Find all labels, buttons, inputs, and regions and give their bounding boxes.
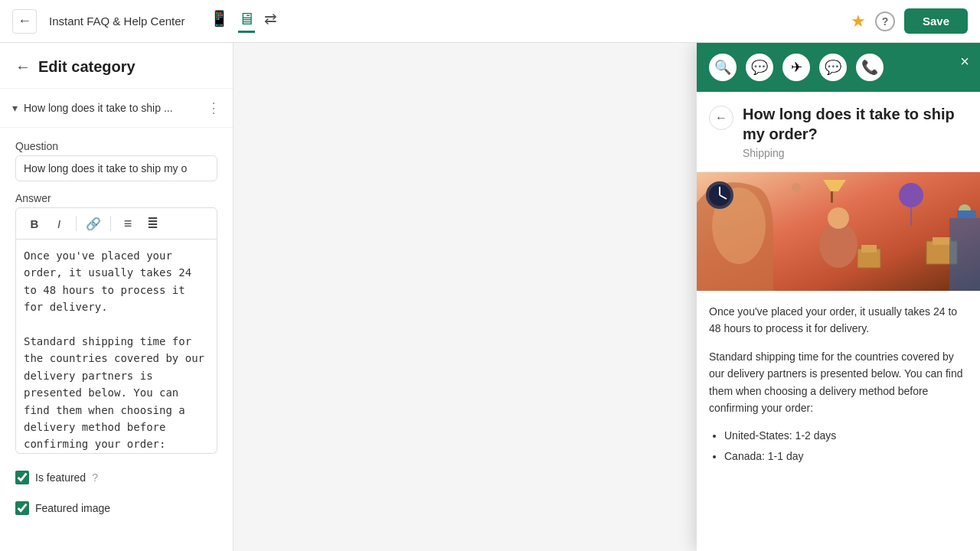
sidebar: ← Edit category ▾ How long does it take … — [0, 43, 234, 551]
numbered-list-button[interactable]: ≣ — [142, 213, 163, 234]
category-item-label: How long does it take to ship ... — [24, 102, 204, 114]
messenger-icon: 💬 — [825, 59, 841, 76]
is-featured-row: Is featured ? — [15, 468, 217, 487]
sidebar-title: Edit category — [38, 58, 136, 76]
featured-image-label: Featured image — [35, 502, 110, 514]
messenger-popup-icon[interactable]: 💬 — [819, 54, 847, 81]
chevron-icon: ▾ — [12, 102, 18, 114]
question-field-group: Question — [15, 140, 217, 181]
popup-question-category: Shipping — [743, 147, 968, 159]
toolbar-separator-2 — [110, 216, 111, 231]
popup-header: 🔍 💬 ✈ 💬 📞 × — [697, 43, 980, 92]
question-input[interactable] — [15, 155, 217, 181]
svg-rect-9 — [861, 245, 877, 253]
star-icon[interactable]: ★ — [851, 11, 866, 31]
help-icon[interactable]: ? — [875, 11, 895, 31]
answer-para-1: Once you've placed your order, it usuall… — [709, 303, 968, 337]
popup-close-button[interactable]: × — [960, 54, 969, 69]
is-featured-label: Is featured — [35, 471, 86, 484]
answer-field-group: Answer B I 🔗 ≡ ≣ Once you've placed your… — [15, 192, 217, 457]
svg-point-10 — [899, 183, 923, 207]
answer-para-2: Standard shipping time for the countries… — [709, 348, 968, 417]
bullet-item-1: Canada: 1-1 day — [724, 448, 968, 465]
topbar-back-button[interactable]: ← — [12, 9, 37, 34]
answer-label: Answer — [15, 192, 217, 204]
mobile-view-icon[interactable]: 📱 — [210, 9, 229, 33]
topbar-view-icons: 📱 🖥 ⇄ — [210, 9, 277, 33]
form-area: Question Answer B I 🔗 ≡ ≣ Once you've pl… — [0, 128, 233, 530]
sidebar-header: ← Edit category — [0, 43, 233, 89]
svg-rect-16 — [949, 218, 980, 291]
is-featured-info-icon[interactable]: ? — [92, 471, 98, 484]
phone-popup-icon[interactable]: 📞 — [856, 54, 884, 81]
answer-toolbar: B I 🔗 ≡ ≣ — [15, 207, 217, 240]
svg-point-7 — [828, 207, 849, 229]
popup-question-bar: ← How long does it take to ship my order… — [697, 92, 980, 172]
desktop-view-icon[interactable]: 🖥 — [238, 9, 255, 33]
link-button[interactable]: 🔗 — [83, 213, 104, 234]
popup-question-title: How long does it take to ship my order? — [743, 104, 968, 144]
search-popup-icon[interactable]: 🔍 — [709, 54, 737, 81]
answer-textarea[interactable]: Once you've placed your order, it usuall… — [15, 240, 217, 454]
topbar-right-actions: ★ ? Save — [851, 8, 968, 34]
svg-point-14 — [792, 183, 801, 192]
featured-image-checkbox[interactable] — [15, 501, 29, 515]
resize-view-icon[interactable]: ⇄ — [264, 9, 277, 33]
toolbar-separator-1 — [76, 216, 77, 231]
content-area: 🔍 💬 ✈ 💬 📞 × ← — [234, 43, 980, 551]
save-button[interactable]: Save — [904, 8, 968, 34]
bullet-list-button[interactable]: ≡ — [117, 213, 139, 234]
popup-back-button[interactable]: ← — [709, 106, 733, 130]
bold-button[interactable]: B — [24, 213, 45, 234]
preview-popup: 🔍 💬 ✈ 💬 📞 × ← — [697, 43, 980, 551]
popup-answer-text: Once you've placed your order, it usuall… — [697, 291, 980, 480]
answer-bullets: United-States: 1-2 days Canada: 1-1 day — [709, 427, 968, 465]
back-icon: ← — [18, 13, 31, 29]
search-icon: 🔍 — [714, 59, 731, 76]
app-title: Instant FAQ & Help Center — [49, 15, 185, 28]
popup-body: ← How long does it take to ship my order… — [697, 92, 980, 551]
whatsapp-popup-icon[interactable]: 💬 — [746, 54, 773, 81]
bullet-item-0: United-States: 1-2 days — [724, 427, 968, 444]
svg-rect-17 — [957, 210, 976, 218]
featured-image-row: Featured image — [15, 498, 217, 518]
question-label: Question — [15, 140, 217, 152]
whatsapp-icon: 💬 — [751, 59, 768, 76]
topbar: ← Instant FAQ & Help Center 📱 🖥 ⇄ ★ ? Sa… — [0, 0, 980, 43]
main-layout: ← Edit category ▾ How long does it take … — [0, 43, 980, 551]
telegram-popup-icon[interactable]: ✈ — [782, 54, 810, 81]
popup-illustration — [697, 172, 980, 291]
italic-button[interactable]: I — [48, 213, 70, 234]
telegram-icon: ✈ — [791, 59, 802, 76]
svg-rect-13 — [933, 237, 951, 245]
is-featured-checkbox[interactable] — [15, 471, 29, 484]
category-item[interactable]: ▾ How long does it take to ship ... ⋮ — [0, 89, 233, 128]
phone-icon: 📞 — [861, 59, 878, 76]
popup-question-content: How long does it take to ship my order? … — [743, 104, 968, 159]
category-item-menu-icon[interactable]: ⋮ — [207, 99, 220, 116]
sidebar-back-button[interactable]: ← — [15, 58, 31, 76]
